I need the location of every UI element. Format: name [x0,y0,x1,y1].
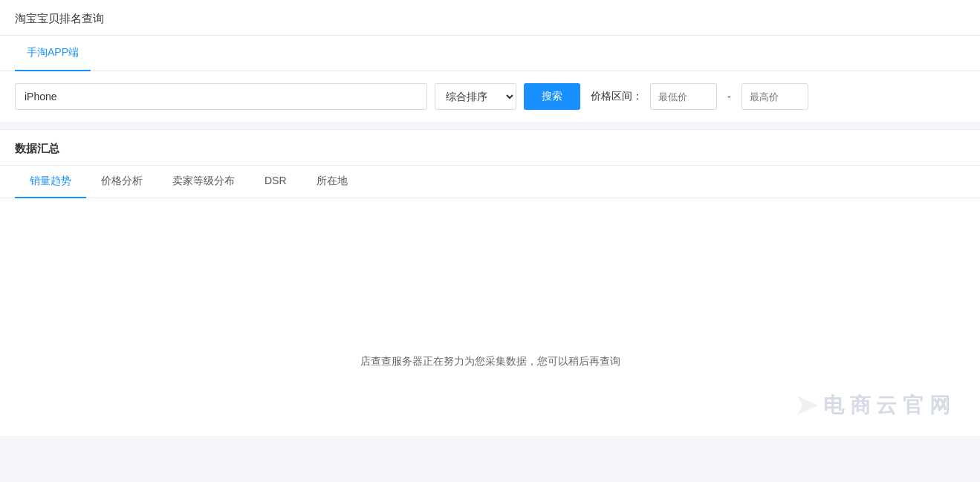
search-button[interactable]: 搜索 [524,83,580,110]
watermark-icon: ➤ [795,390,817,421]
data-tab-dsr[interactable]: DSR [250,166,302,198]
empty-message: 店查查服务器正在努力为您采集数据，您可以稍后再查询 [360,355,620,368]
tab-shoudan-app[interactable]: 手淘APP端 [15,36,91,71]
price-max-input[interactable] [742,83,808,110]
data-tabs-bar: 销量趋势 价格分析 卖家等级分布 DSR 所在地 [0,166,980,198]
watermark: ➤ 电 商 云 官 网 [795,390,950,421]
data-section-title: 数据汇总 [0,130,980,166]
data-tab-price-analysis[interactable]: 价格分析 [86,166,158,198]
data-tab-location[interactable]: 所在地 [302,166,363,198]
watermark-text: 电 商 云 官 网 [823,391,950,420]
data-tab-seller-level[interactable]: 卖家等级分布 [158,166,250,198]
data-tab-sales-trend[interactable]: 销量趋势 [15,166,86,198]
search-input[interactable] [15,83,427,110]
data-content: 店查查服务器正在努力为您采集数据，您可以稍后再查询 ➤ 电 商 云 官 网 [0,198,980,436]
price-min-input[interactable] [650,83,717,110]
page-title: 淘宝宝贝排名查询 [0,0,980,35]
search-row: 综合排序 销量排序 价格排序 搜索 价格区间： - [0,71,980,122]
data-section: 数据汇总 销量趋势 价格分析 卖家等级分布 DSR 所在地 店查查服务器正在努力… [0,129,980,436]
sort-select[interactable]: 综合排序 销量排序 价格排序 [435,83,516,110]
price-separator: - [724,91,734,102]
top-tabs-bar: 手淘APP端 [0,36,980,71]
price-range-label: 价格区间： [591,90,643,103]
